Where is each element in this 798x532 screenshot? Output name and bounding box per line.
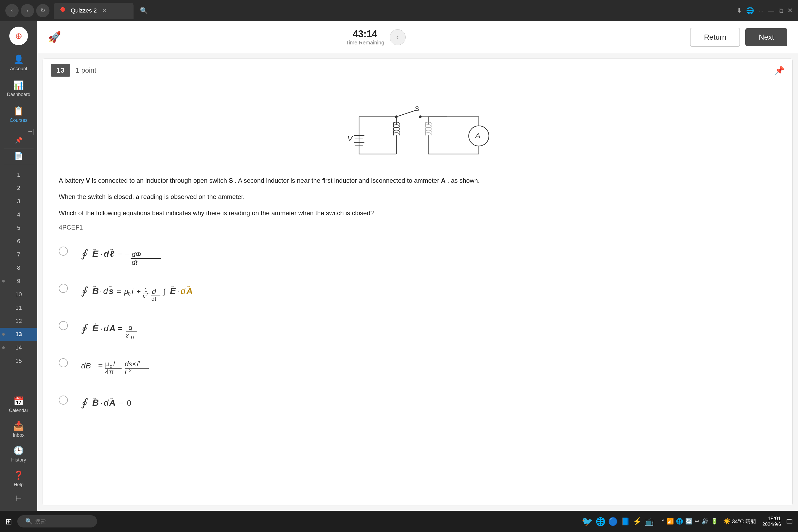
qnum-14[interactable]: 14 [0, 341, 37, 354]
browser-close-icon[interactable]: ✕ [787, 7, 793, 14]
dashboard-label: Dashboard [7, 92, 30, 97]
app-icon-2[interactable]: ⚡ [632, 517, 642, 526]
svg-text:=: = [117, 287, 121, 296]
taskbar-search[interactable]: 🔍 [17, 515, 97, 528]
answer-radio-e[interactable] [59, 396, 68, 404]
formula-c: ∮ E → · d A → = q ε 0 [78, 314, 164, 343]
qnum-4[interactable]: 4 [0, 208, 37, 221]
sidebar-item-courses[interactable]: 📋 Courses [3, 102, 35, 127]
qnum-6[interactable]: 6 [0, 234, 37, 248]
sidebar-bottom: 📅 Calendar 📥 Inbox 🕒 History ❓ Help ⊢ [0, 390, 37, 506]
sidebar-item-inbox[interactable]: 📥 Inbox [3, 417, 35, 442]
notification-icon[interactable]: 🗔 [786, 518, 793, 525]
svg-text:→: → [92, 396, 97, 401]
qnum-9[interactable]: 9 [0, 274, 37, 288]
sidebar-item-history[interactable]: 🕒 History [3, 442, 35, 467]
svg-text:→: → [170, 284, 175, 289]
tray-caret[interactable]: ^ [662, 518, 664, 525]
formula-e: ∮ B → · d A → = 0 [78, 388, 164, 417]
browser-forward-button[interactable]: › [21, 4, 34, 17]
sidebar-collapse-button[interactable]: ⊢ [15, 494, 22, 503]
sidebar-item-dashboard[interactable]: 📊 Dashboard [3, 76, 35, 101]
edge-icon[interactable]: 🔵 [608, 517, 618, 526]
formula-b: ∮ B → · d s → = μ 0 i + [78, 277, 238, 306]
qnum-8[interactable]: 8 [0, 261, 37, 274]
answer-option-a[interactable]: ∮ E → · d ℓ → = − dΦ dt [59, 239, 776, 268]
volume-icon[interactable]: 🔊 [701, 518, 709, 525]
quiz-return-button[interactable]: Return [690, 28, 740, 47]
answer-radio-a[interactable] [59, 247, 68, 255]
start-button[interactable]: ⊞ [5, 517, 12, 526]
history-icon: 🕒 [13, 445, 24, 456]
quiz-next-button[interactable]: Next [745, 28, 787, 46]
qnum-1[interactable]: 1 [0, 168, 37, 182]
system-clock[interactable]: 18:01 2024/9/6 [762, 515, 781, 527]
browser-maximize-icon[interactable]: ⧉ [779, 7, 783, 14]
svg-text:d: d [104, 398, 109, 407]
app-icon-3[interactable]: 📺 [645, 517, 654, 526]
browser-refresh-button[interactable]: ↻ [36, 4, 50, 17]
browser-action-buttons: ⬇ 🌐 ··· — ⧉ ✕ [737, 7, 793, 14]
answer-option-c[interactable]: ∮ E → · d A → = q ε 0 [59, 314, 776, 343]
qnum-2[interactable]: 2 [0, 182, 37, 195]
svg-text:·: · [100, 249, 102, 258]
svg-text:∮: ∮ [81, 285, 88, 297]
svg-text:∮: ∮ [81, 397, 88, 408]
sidebar-item-calendar[interactable]: 📅 Calendar [3, 392, 35, 417]
battery-icon: 🔋 [711, 518, 718, 525]
svg-text:→: → [108, 284, 113, 289]
sidebar-expand-icon[interactable]: →| [27, 128, 35, 135]
svg-text:r: r [125, 368, 128, 376]
svg-text:+: + [136, 287, 141, 296]
browser-language-icon[interactable]: 🌐 [746, 7, 754, 14]
chrome-icon[interactable]: 🌐 [595, 517, 605, 526]
qnum-5[interactable]: 5 [0, 221, 37, 234]
browser-more-icon[interactable]: ··· [758, 7, 764, 14]
svg-text:·: · [100, 324, 102, 333]
search-icon: 🔍 [25, 518, 33, 525]
clock-date: 2024/9/6 [762, 521, 781, 527]
browser-search-button[interactable]: 🔍 [140, 7, 148, 14]
svg-text:4π: 4π [105, 368, 114, 376]
qnum-13[interactable]: 13 [0, 328, 37, 341]
browser-download-icon[interactable]: ⬇ [737, 7, 742, 14]
qnum-15[interactable]: 15 [0, 354, 37, 367]
svg-text:dt: dt [132, 258, 138, 265]
answer-radio-d[interactable] [59, 358, 68, 367]
sidebar-item-help[interactable]: ❓ Help [3, 467, 35, 491]
qnum-11[interactable]: 11 [0, 301, 37, 315]
taskbar: ⊞ 🔍 🐦 🌐 🔵 📘 ⚡ 📺 ^ 📶 🌐 🔄 ↩ 🔊 🔋 ☀️ 34°C 晴朗… [0, 511, 798, 532]
formula-c-svg: ∮ E → · d A → = q ε 0 [78, 316, 164, 340]
svg-text:dB: dB [81, 361, 91, 370]
answer-option-d[interactable]: dB = μ 0 I 4π ds×r̂ r 2 [59, 351, 776, 380]
question-pin-button[interactable]: 📌 [775, 66, 784, 75]
dashboard-icon: 📊 [13, 80, 24, 90]
answer-radio-c[interactable] [59, 321, 68, 330]
sidebar-pin-icon[interactable]: 📌 [15, 137, 22, 144]
browser-tab[interactable]: 🔴 Quizzes 2 ✕ [54, 3, 134, 19]
sidebar-item-account[interactable]: 👤 Account [3, 51, 35, 75]
answer-option-e[interactable]: ∮ B → · d A → = 0 [59, 388, 776, 417]
quiz-header: 🚀 43:14 Time Remaining ‹ Return Next [37, 21, 798, 53]
app-icon-1[interactable]: 📘 [621, 517, 630, 526]
sidebar-pages-icon[interactable]: 📄 [14, 152, 23, 160]
qnum-12[interactable]: 12 [0, 315, 37, 328]
tab-close-button[interactable]: ✕ [102, 7, 107, 14]
qnum-3[interactable]: 3 [0, 195, 37, 208]
browser-minimize-icon[interactable]: — [768, 7, 774, 14]
answer-radio-b[interactable] [59, 284, 68, 293]
courses-icon: 📋 [13, 106, 24, 116]
svg-text:∮: ∮ [81, 248, 88, 260]
app-layout: ⊕ 👤 Account 📊 Dashboard 📋 Courses →| 📌 📄 [0, 21, 798, 511]
search-input[interactable] [35, 518, 83, 525]
qnum-7[interactable]: 7 [0, 248, 37, 261]
account-icon: 👤 [13, 54, 24, 64]
quiz-nav-back-button[interactable]: ‹ [390, 29, 406, 45]
svg-text:ds×r̂: ds×r̂ [125, 360, 140, 368]
qnum-10[interactable]: 10 [0, 288, 37, 301]
answer-option-b[interactable]: ∮ B → · d s → = μ 0 i + [59, 277, 776, 306]
question-points: 1 point [76, 66, 96, 75]
browser-back-button[interactable]: ‹ [5, 4, 19, 17]
svg-text:d: d [152, 287, 156, 296]
clock-time: 18:01 [762, 515, 781, 521]
